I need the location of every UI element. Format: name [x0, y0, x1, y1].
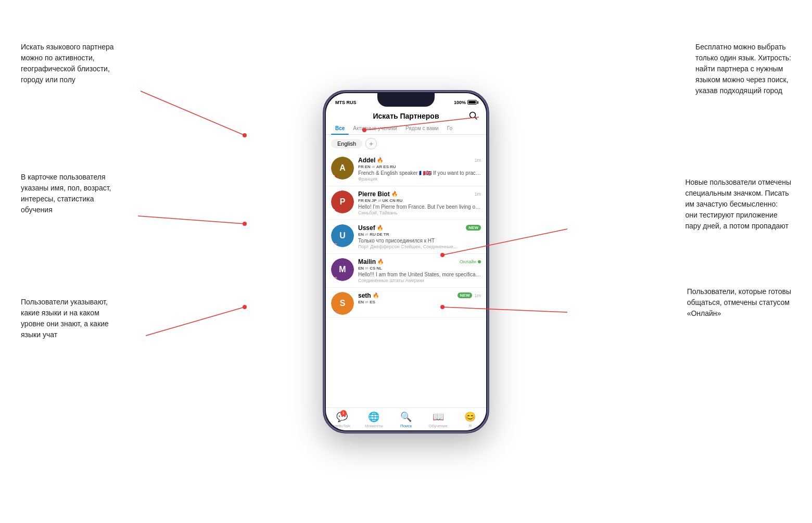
phone-mockup: MTS RUS 100% Искать Партнеров — [323, 90, 489, 433]
user-name-seth: seth 🔥 — [358, 292, 379, 299]
app-header: Искать Партнеров — [326, 110, 486, 122]
user-location-addel: Франция — [358, 176, 481, 182]
avatar-ussef: U 🇺🇸 — [331, 224, 354, 247]
book-icon: 📖 — [433, 411, 444, 423]
user-bio-addel: French & English speaker 🇫🇷🇬🇧 If you wan… — [358, 170, 481, 176]
annotation-left-2: В карточке пользователя указаны имя, пол… — [21, 172, 111, 215]
time-addel: 1m — [474, 158, 481, 163]
user-name-pierre: Pierre Biot 🔥 — [358, 190, 398, 198]
flag-small-mailin: 🇺🇸 — [331, 276, 337, 281]
fire-icon-mailin: 🔥 — [377, 259, 384, 264]
profile-icon: 😊 — [464, 411, 476, 423]
user-card-ussef[interactable]: U 🇺🇸 Ussef 🔥 NEW — [326, 220, 486, 254]
globe-icon: 🌐 — [368, 411, 379, 423]
user-info-mailin: Mailin 🔥 Онлайн EN ⇌ — [358, 258, 481, 283]
phone-frame: MTS RUS 100% Искать Партнеров — [323, 90, 489, 433]
new-badge-seth: NEW — [458, 292, 473, 298]
phone-screen-area: MTS RUS 100% Искать Партнеров — [326, 93, 486, 430]
annotation-right-2: Новые пользователи отмечены специальным … — [685, 177, 791, 232]
user-location-pierre: Синьбэй, Тайвань — [358, 210, 481, 215]
user-info-seth: seth 🔥 NEW 1m EN ⇌ — [358, 292, 481, 305]
user-bio-mailin: Hello!!! I am from the United States, mo… — [358, 272, 481, 277]
user-info-pierre: Pierre Biot 🔥 1m FR EN JP ⇌ UK — [358, 190, 481, 215]
online-dot-mailin — [478, 260, 481, 263]
bottom-nav: 💬 1 HelloTalk 🌐 Моменты 🔍 Поиск 📖 — [326, 407, 486, 430]
svg-line-13 — [475, 117, 477, 119]
online-badge-mailin: Онлайн — [460, 259, 481, 264]
annotation-left-3: Пользователи указывают, какие языки и на… — [21, 297, 109, 340]
nav-learn[interactable]: 📖 Обучение — [422, 411, 454, 428]
time-pierre: 1m — [474, 192, 481, 197]
user-location-mailin: Соединённые Штаты Америки — [358, 278, 481, 283]
app-title: Искать Партнеров — [373, 112, 439, 120]
status-right: 100% — [454, 100, 477, 105]
svg-point-1 — [243, 133, 247, 137]
users-list: A 🇫🇷 Addel 🔥 1m — [326, 152, 486, 407]
nav-me[interactable]: 😊 Я — [454, 411, 486, 428]
tab-active[interactable]: Активные ученики — [349, 122, 401, 134]
annotation-left-1: Искать языкового партнера можно по актив… — [21, 42, 114, 85]
user-card-seth[interactable]: S 🇺🇸 seth 🔥 NEW 1m — [326, 288, 486, 317]
time-seth: 1m — [474, 293, 481, 298]
user-name-addel: Addel 🔥 — [358, 157, 383, 164]
svg-point-3 — [243, 222, 247, 226]
flag-small-seth: 🇺🇸 — [331, 310, 337, 315]
fire-icon-addel: 🔥 — [377, 157, 383, 163]
avatar-mailin: M 🇺🇸 — [331, 258, 354, 281]
user-card-addel[interactable]: A 🇫🇷 Addel 🔥 1m — [326, 152, 486, 186]
add-language-button[interactable]: + — [365, 138, 377, 149]
phone-notch — [377, 93, 435, 107]
svg-line-0 — [141, 91, 245, 135]
avatar-addel: A 🇫🇷 — [331, 157, 354, 180]
flag-small-ussef: 🇺🇸 — [331, 242, 337, 247]
lang-flags-mailin: EN ⇌ CS NL — [358, 266, 481, 271]
battery-fill — [468, 101, 476, 104]
svg-point-12 — [470, 112, 476, 118]
user-info-ussef: Ussef 🔥 NEW EN ⇌ RU — [358, 224, 481, 249]
svg-line-4 — [146, 307, 245, 336]
nav-badge-hellotalk: 1 — [340, 410, 347, 416]
language-tag-english[interactable]: English — [331, 139, 362, 148]
lang-flags-addel: FR EN ⇌ AR ES RU — [358, 164, 481, 169]
fire-icon-ussef: 🔥 — [377, 225, 383, 231]
user-name-mailin: Mailin 🔥 — [358, 258, 384, 265]
user-bio-pierre: Hello! I'm Pierre from France. But I've … — [358, 204, 481, 210]
app-screen: MTS RUS 100% Искать Партнеров — [326, 93, 486, 430]
nav-label-me: Я — [468, 424, 472, 428]
tab-all[interactable]: Все — [331, 122, 349, 134]
lang-flags-seth: EN ⇌ ES — [358, 300, 481, 304]
annotation-right-3: Пользователи, которые готовы общаться, о… — [687, 286, 791, 319]
user-location-ussef: Порт Джефферсон Стейшен, Соединенные... — [358, 244, 481, 249]
user-bio-ussef: Только что присоединился к НТ — [358, 238, 481, 244]
user-card-mailin[interactable]: M 🇺🇸 Mailin 🔥 Онлайн — [326, 254, 486, 288]
tab-nearby[interactable]: Рядом с вами — [401, 122, 443, 134]
user-name-ussef: Ussef 🔥 — [358, 224, 383, 232]
avatar-seth: S 🇺🇸 — [331, 292, 354, 315]
flag-small-addel: 🇫🇷 — [331, 174, 337, 180]
fire-icon-pierre: 🔥 — [391, 191, 398, 197]
nav-moments[interactable]: 🌐 Моменты — [358, 411, 390, 428]
tabs-bar: Все Активные ученики Рядом с вами Го — [326, 122, 486, 135]
battery-percent: 100% — [454, 100, 466, 105]
nav-hellotalk[interactable]: 💬 1 HelloTalk — [326, 411, 358, 428]
nav-search[interactable]: 🔍 Поиск — [390, 411, 422, 428]
fire-icon-seth: 🔥 — [373, 292, 379, 298]
annotation-right-1: Бесплатно можно выбрать только один язык… — [695, 42, 791, 96]
nav-label-moments: Моменты — [365, 424, 383, 428]
tab-go[interactable]: Го — [443, 122, 456, 134]
nav-label-hellotalk: HelloTalk — [334, 424, 350, 428]
lang-flags-pierre: FR EN JP ⇌ UK CN RU — [358, 198, 481, 203]
nav-label-learn: Обучение — [428, 424, 448, 428]
flag-small-pierre: 🇫🇷 — [331, 208, 337, 213]
svg-line-2 — [138, 216, 245, 224]
search-icon[interactable] — [468, 111, 479, 121]
nav-label-search: Поиск — [400, 424, 412, 428]
user-card-pierre[interactable]: P 🇫🇷 Pierre Biot 🔥 1m — [326, 186, 486, 220]
language-filter: English + — [326, 135, 486, 152]
new-badge-ussef: NEW — [466, 225, 481, 231]
search-nav-icon: 🔍 — [400, 411, 412, 423]
svg-point-5 — [243, 305, 247, 309]
battery-icon — [467, 100, 477, 105]
lang-flags-ussef: EN ⇌ RU DE TR — [358, 232, 481, 237]
user-info-addel: Addel 🔥 1m FR EN ⇌ AR ES — [358, 157, 481, 182]
